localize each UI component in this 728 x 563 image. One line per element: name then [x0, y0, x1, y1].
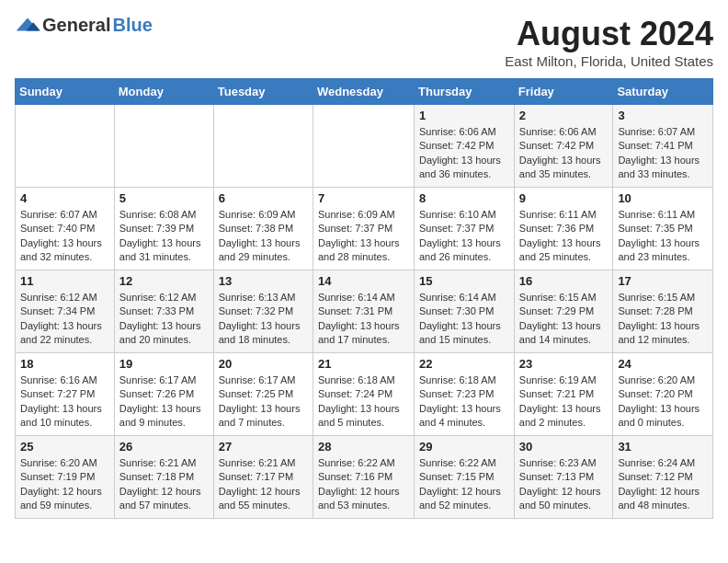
day-info: Sunrise: 6:18 AMSunset: 7:24 PMDaylight:… — [318, 373, 409, 431]
calendar-cell: 20Sunrise: 6:17 AMSunset: 7:25 PMDayligh… — [213, 353, 313, 436]
day-number: 1 — [419, 109, 509, 122]
calendar-cell: 19Sunrise: 6:17 AMSunset: 7:26 PMDayligh… — [114, 353, 213, 436]
day-info: Sunrise: 6:17 AMSunset: 7:26 PMDaylight:… — [119, 373, 209, 431]
day-header-monday: Monday — [114, 79, 213, 105]
day-info: Sunrise: 6:08 AMSunset: 7:39 PMDaylight:… — [119, 208, 209, 265]
calendar-cell: 10Sunrise: 6:11 AMSunset: 7:35 PMDayligh… — [613, 188, 713, 270]
calendar-cell: 24Sunrise: 6:20 AMSunset: 7:20 PMDayligh… — [613, 353, 713, 436]
day-info: Sunrise: 6:21 AMSunset: 7:18 PMDaylight:… — [119, 456, 209, 513]
day-info: Sunrise: 6:23 AMSunset: 7:13 PMDaylight:… — [519, 456, 609, 513]
day-number: 21 — [318, 357, 409, 371]
day-info: Sunrise: 6:09 AMSunset: 7:37 PMDaylight:… — [318, 208, 409, 265]
day-header-wednesday: Wednesday — [313, 79, 414, 105]
calendar-cell: 15Sunrise: 6:14 AMSunset: 7:30 PMDayligh… — [415, 270, 515, 353]
calendar-cell: 26Sunrise: 6:21 AMSunset: 7:18 PMDayligh… — [114, 436, 213, 519]
day-header-friday: Friday — [514, 79, 613, 105]
day-info: Sunrise: 6:13 AMSunset: 7:32 PMDaylight:… — [219, 291, 308, 348]
day-number: 19 — [119, 357, 209, 371]
calendar-cell: 5Sunrise: 6:08 AMSunset: 7:39 PMDaylight… — [114, 188, 213, 270]
calendar-cell: 12Sunrise: 6:12 AMSunset: 7:33 PMDayligh… — [114, 270, 213, 353]
calendar-cell: 21Sunrise: 6:18 AMSunset: 7:24 PMDayligh… — [313, 353, 414, 436]
day-number: 15 — [419, 274, 509, 288]
calendar-cell: 22Sunrise: 6:18 AMSunset: 7:23 PMDayligh… — [415, 353, 515, 436]
day-info: Sunrise: 6:17 AMSunset: 7:25 PMDaylight:… — [219, 373, 308, 431]
day-info: Sunrise: 6:21 AMSunset: 7:17 PMDaylight:… — [219, 456, 308, 513]
day-header-tuesday: Tuesday — [213, 79, 313, 105]
day-number: 3 — [618, 109, 708, 122]
day-info: Sunrise: 6:07 AMSunset: 7:40 PMDaylight:… — [20, 208, 109, 265]
day-info: Sunrise: 6:22 AMSunset: 7:16 PMDaylight:… — [318, 456, 409, 513]
day-number: 26 — [119, 440, 209, 454]
calendar-cell: 25Sunrise: 6:20 AMSunset: 7:19 PMDayligh… — [16, 436, 115, 519]
calendar-cell: 31Sunrise: 6:24 AMSunset: 7:12 PMDayligh… — [613, 436, 713, 519]
day-info: Sunrise: 6:07 AMSunset: 7:41 PMDaylight:… — [618, 125, 708, 182]
calendar-cell: 30Sunrise: 6:23 AMSunset: 7:13 PMDayligh… — [514, 436, 613, 519]
day-number: 31 — [618, 440, 708, 454]
day-info: Sunrise: 6:10 AMSunset: 7:37 PMDaylight:… — [419, 208, 509, 265]
title-area: August 2024 East Milton, Florida, United… — [505, 15, 713, 69]
calendar-cell: 11Sunrise: 6:12 AMSunset: 7:34 PMDayligh… — [16, 270, 115, 353]
day-number: 4 — [20, 191, 109, 205]
day-number: 13 — [219, 274, 308, 288]
logo: GeneralBlue — [15, 15, 153, 36]
day-info: Sunrise: 6:16 AMSunset: 7:27 PMDaylight:… — [20, 373, 109, 431]
calendar-title: August 2024 — [505, 15, 713, 53]
day-number: 2 — [519, 109, 609, 122]
calendar-cell: 1Sunrise: 6:06 AMSunset: 7:42 PMDaylight… — [415, 105, 515, 188]
day-number: 20 — [219, 357, 308, 371]
calendar-week-row: 18Sunrise: 6:16 AMSunset: 7:27 PMDayligh… — [16, 353, 713, 436]
day-header-saturday: Saturday — [613, 79, 713, 105]
logo-general: General — [42, 15, 110, 36]
day-info: Sunrise: 6:12 AMSunset: 7:34 PMDaylight:… — [20, 291, 109, 348]
calendar-cell: 7Sunrise: 6:09 AMSunset: 7:37 PMDaylight… — [313, 188, 414, 270]
calendar-cell — [114, 105, 213, 188]
day-info: Sunrise: 6:12 AMSunset: 7:33 PMDaylight:… — [119, 291, 209, 348]
day-header-sunday: Sunday — [16, 79, 115, 105]
day-info: Sunrise: 6:06 AMSunset: 7:42 PMDaylight:… — [419, 125, 509, 182]
calendar-cell: 16Sunrise: 6:15 AMSunset: 7:29 PMDayligh… — [514, 270, 613, 353]
day-number: 17 — [618, 274, 708, 288]
calendar-cell: 8Sunrise: 6:10 AMSunset: 7:37 PMDaylight… — [415, 188, 515, 270]
calendar-cell: 3Sunrise: 6:07 AMSunset: 7:41 PMDaylight… — [613, 105, 713, 188]
day-number: 6 — [219, 191, 308, 205]
day-number: 25 — [20, 440, 109, 454]
day-number: 12 — [119, 274, 209, 288]
day-info: Sunrise: 6:22 AMSunset: 7:15 PMDaylight:… — [419, 456, 509, 513]
day-number: 11 — [20, 274, 109, 288]
calendar-table: SundayMondayTuesdayWednesdayThursdayFrid… — [15, 78, 713, 519]
day-number: 29 — [419, 440, 509, 454]
calendar-cell: 2Sunrise: 6:06 AMSunset: 7:42 PMDaylight… — [514, 105, 613, 188]
calendar-header-row: SundayMondayTuesdayWednesdayThursdayFrid… — [16, 79, 713, 105]
day-number: 14 — [318, 274, 409, 288]
day-info: Sunrise: 6:09 AMSunset: 7:38 PMDaylight:… — [219, 208, 308, 265]
day-number: 10 — [618, 191, 708, 205]
day-number: 22 — [419, 357, 509, 371]
day-info: Sunrise: 6:14 AMSunset: 7:31 PMDaylight:… — [318, 291, 409, 348]
day-number: 23 — [519, 357, 609, 371]
calendar-week-row: 1Sunrise: 6:06 AMSunset: 7:42 PMDaylight… — [16, 105, 713, 188]
day-info: Sunrise: 6:18 AMSunset: 7:23 PMDaylight:… — [419, 373, 509, 431]
day-info: Sunrise: 6:06 AMSunset: 7:42 PMDaylight:… — [519, 125, 609, 182]
calendar-subtitle: East Milton, Florida, United States — [505, 53, 713, 69]
calendar-cell: 17Sunrise: 6:15 AMSunset: 7:28 PMDayligh… — [613, 270, 713, 353]
calendar-cell — [313, 105, 414, 188]
day-info: Sunrise: 6:19 AMSunset: 7:21 PMDaylight:… — [519, 373, 609, 431]
day-number: 8 — [419, 191, 509, 205]
day-number: 9 — [519, 191, 609, 205]
calendar-cell: 23Sunrise: 6:19 AMSunset: 7:21 PMDayligh… — [514, 353, 613, 436]
calendar-cell: 27Sunrise: 6:21 AMSunset: 7:17 PMDayligh… — [213, 436, 313, 519]
calendar-cell — [213, 105, 313, 188]
calendar-cell: 13Sunrise: 6:13 AMSunset: 7:32 PMDayligh… — [213, 270, 313, 353]
calendar-cell — [16, 105, 115, 188]
logo-icon — [15, 17, 40, 35]
day-info: Sunrise: 6:20 AMSunset: 7:19 PMDaylight:… — [20, 456, 109, 513]
day-number: 27 — [219, 440, 308, 454]
calendar-body: 1Sunrise: 6:06 AMSunset: 7:42 PMDaylight… — [16, 105, 713, 519]
calendar-cell: 28Sunrise: 6:22 AMSunset: 7:16 PMDayligh… — [313, 436, 414, 519]
day-number: 30 — [519, 440, 609, 454]
calendar-week-row: 4Sunrise: 6:07 AMSunset: 7:40 PMDaylight… — [16, 188, 713, 270]
day-number: 7 — [318, 191, 409, 205]
calendar-cell: 4Sunrise: 6:07 AMSunset: 7:40 PMDaylight… — [16, 188, 115, 270]
calendar-cell: 6Sunrise: 6:09 AMSunset: 7:38 PMDaylight… — [213, 188, 313, 270]
calendar-week-row: 11Sunrise: 6:12 AMSunset: 7:34 PMDayligh… — [16, 270, 713, 353]
